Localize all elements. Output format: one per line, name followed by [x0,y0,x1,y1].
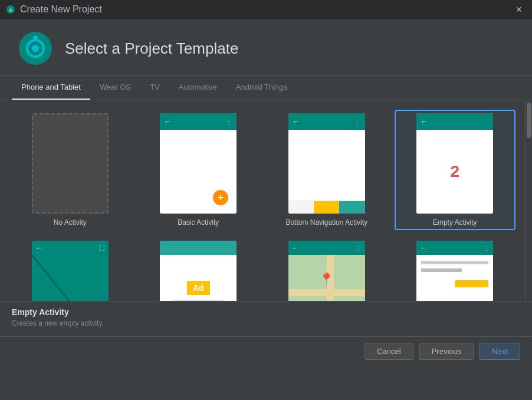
admob-top-bar [160,241,237,255]
template-preview-login: ← ⋮ [416,241,493,301]
template-preview-fullscreen: ← ⛶ [32,241,109,301]
admob-line-1 [172,300,225,301]
bottom-nav-mockup: ← ⋮ [288,113,365,214]
category-tabs: Phone and Tablet Wear OS TV Automotive A… [0,76,532,100]
maps-top-bar: ← ⋮ [288,241,365,255]
back-arrow-icon: ← [292,117,300,126]
next-button[interactable]: Next [480,343,520,360]
fullscreen-content [32,255,109,301]
template-label-bottom-nav: Bottom Navigation Activity [285,218,367,227]
tab-tv[interactable]: TV [140,76,169,100]
back-arrow-icon: ← [420,244,427,252]
template-info-panel: Empty Activity Creates a new empty activ… [0,301,532,336]
template-admob[interactable]: Ad Google AdMob Ads Activity [138,237,260,301]
expand-icon: ⛶ [99,245,105,251]
admob-text-lines [172,300,225,301]
ad-badge: Ad [187,281,210,295]
tab-wear-os[interactable]: Wear OS [90,76,140,100]
titlebar-left: A Create New Project [6,4,102,15]
close-button[interactable]: ✕ [512,4,526,15]
bottom-nav-bar [288,201,365,214]
empty-activity-body: 2 [416,130,493,214]
back-arrow-icon: ← [163,117,172,126]
login-username-field [421,261,488,264]
nav-item-3 [339,201,364,214]
svg-point-4 [32,45,39,52]
login-body [416,255,493,301]
nav-item-1 [288,201,314,214]
scroll-thumb[interactable] [527,103,531,138]
svg-line-6 [32,255,109,301]
login-submit-button [455,280,488,287]
template-grid: No Activity ← ⋮ + Basic Activity [0,100,525,301]
map-pin-icon: 📍 [319,272,334,286]
template-preview-maps: ← ⋮ 📍 [288,241,365,301]
fab-icon: + [213,190,228,205]
empty-activity-mockup: ← 2 [416,113,493,214]
template-basic-activity[interactable]: ← ⋮ + Basic Activity [138,110,260,230]
basic-content: + [160,130,237,214]
nav-item-2 [314,201,339,214]
menu-dots-icon: ⋮ [484,245,490,251]
svg-text:A: A [9,7,12,13]
dialog-footer: Cancel Previous Next [0,336,532,366]
maps-body: 📍 [288,255,365,301]
template-empty-activity[interactable]: ← 2 Empty Activity [395,110,516,230]
svg-point-5 [33,35,38,40]
empty-activity-top-bar: ← [416,113,493,130]
phone-bar-bottom-nav: ← ⋮ [288,113,365,130]
bottom-nav-content [288,130,365,201]
template-bottom-nav[interactable]: ← ⋮ Bottom Navigation Activity [266,110,387,230]
titlebar: A Create New Project ✕ [0,0,532,19]
diagonal-line-graphic [32,255,109,301]
template-preview-basic: ← ⋮ + [160,113,237,214]
maps-mockup: ← ⋮ 📍 [288,241,365,301]
menu-dots-icon: ⋮ [354,119,362,125]
dialog-header: Select a Project Template [0,19,532,76]
tab-android-things[interactable]: Android Things [226,76,297,100]
android-studio-logo [18,31,53,66]
template-preview-no-activity [32,113,109,214]
admob-mockup: Ad [160,241,237,301]
menu-dots-icon: ⋮ [226,119,233,125]
template-preview-admob: Ad [160,241,237,301]
cancel-button[interactable]: Cancel [364,343,413,360]
login-button-row [421,278,488,287]
template-label-no-activity: No Activity [54,218,87,227]
basic-activity-mockup: ← ⋮ + [160,113,237,214]
template-label-basic: Basic Activity [178,218,219,227]
selected-template-title: Empty Activity [12,307,520,317]
main-content: No Activity ← ⋮ + Basic Activity [0,100,532,301]
fullscreen-bar: ← ⛶ [32,241,109,255]
back-arrow-icon: ← [420,117,428,126]
selected-template-description: Creates a new empty activity. [12,319,520,327]
dialog-title: Select a Project Template [65,40,238,58]
back-arrow-icon: ← [292,244,299,252]
tab-phone-tablet[interactable]: Phone and Tablet [12,76,90,100]
template-login[interactable]: ← ⋮ Login Activity [395,237,516,301]
previous-button[interactable]: Previous [419,343,474,360]
phone-bar-basic: ← ⋮ [160,113,237,130]
template-no-activity[interactable]: No Activity [9,110,131,230]
titlebar-title: Create New Project [20,4,102,15]
login-mockup: ← ⋮ [416,241,493,301]
template-maps[interactable]: ← ⋮ 📍 Google Maps Activity [266,237,387,301]
fullscreen-mockup: ← ⛶ [32,241,109,301]
menu-dots-icon: ⋮ [356,245,362,251]
number-badge-2: 2 [450,162,459,181]
app-icon: A [6,5,15,14]
no-activity-preview-image [32,113,109,214]
admob-body: Ad [160,255,237,301]
scrollbar[interactable] [525,100,532,301]
template-preview-bottom-nav: ← ⋮ [288,113,365,214]
back-arrow-icon: ← [35,243,44,253]
template-label-empty: Empty Activity [433,218,477,227]
template-preview-empty: ← 2 [416,113,493,214]
login-top-bar: ← ⋮ [416,241,493,255]
template-fullscreen[interactable]: ← ⛶ Fullscreen Activity [9,237,131,301]
tab-automotive[interactable]: Automotive [169,76,226,100]
login-password-field [421,268,461,272]
